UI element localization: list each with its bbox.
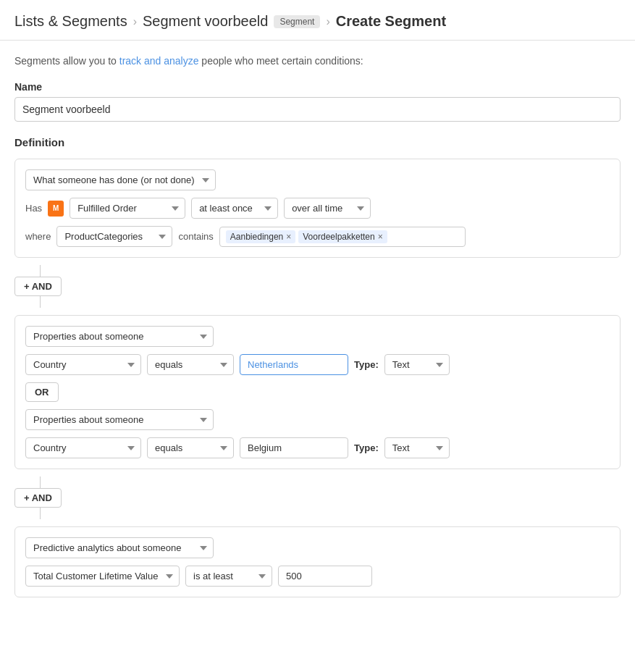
name-field-group: Name: [14, 81, 621, 122]
breadcrumb-home[interactable]: Lists & Segments: [14, 13, 127, 30]
desc-link[interactable]: track and analyze: [119, 55, 199, 67]
desc-text-after: people who meet certain conditions:: [198, 55, 363, 67]
breadcrumb-sep2: ›: [326, 15, 329, 28]
is-at-least-select[interactable]: is at least: [185, 566, 272, 587]
condition2b-type-select[interactable]: Properties about someone: [25, 409, 214, 430]
condition1-where-row: where ProductCategories contains Aanbied…: [25, 226, 610, 247]
tag-voordeelpakketten: Voordeelpakketten ×: [298, 230, 387, 243]
value-input-belgium[interactable]: [240, 437, 348, 458]
main-content: Segments allow you to track and analyze …: [0, 41, 635, 612]
condition2b-type-row: Properties about someone: [25, 409, 610, 430]
type-select-2[interactable]: Text: [384, 437, 450, 458]
tag-aanbiedingen-text: Aanbiedingen: [230, 232, 283, 242]
value-input-netherlands[interactable]: [240, 354, 348, 375]
condition1-type-row: What someone has done (or not done): [25, 169, 610, 190]
country-select-2[interactable]: Country: [25, 437, 141, 458]
condition2a-type-row: Properties about someone: [25, 326, 610, 347]
has-label: Has: [25, 203, 42, 214]
type-label-1: Type:: [354, 359, 379, 370]
operator-select-1[interactable]: equals: [147, 354, 234, 375]
condition2b-value-row: Country equals Type: Text: [25, 437, 610, 458]
tag-input-container[interactable]: Aanbiedingen × Voordeelpakketten ×: [219, 227, 466, 247]
or-button[interactable]: OR: [25, 382, 59, 402]
time-select[interactable]: over all time: [284, 198, 371, 219]
connector-line-2b: [40, 508, 41, 519]
page-header: Lists & Segments › Segment voorbeeld Seg…: [0, 0, 635, 41]
lifetime-value-select[interactable]: Total Customer Lifetime Value: [25, 566, 180, 587]
and-button-1[interactable]: + AND: [14, 277, 62, 296]
condition2a-type-select[interactable]: Properties about someone: [25, 326, 214, 347]
action-select[interactable]: Fulfilled Order: [70, 198, 185, 219]
definition-section: Definition What someone has done (or not…: [14, 136, 621, 597]
name-label: Name: [14, 81, 621, 93]
tag-aanbiedingen: Aanbiedingen ×: [226, 230, 295, 243]
condition2b-block: Properties about someone Country equals …: [25, 409, 610, 458]
condition1-action-row: Has M Fulfilled Order at least once over…: [25, 198, 610, 219]
breadcrumb-sep1: ›: [133, 15, 137, 28]
connector-line-1: [40, 265, 41, 277]
connector-line-2: [40, 476, 41, 488]
and-connector-1: + AND: [14, 265, 621, 308]
where-label: where: [25, 231, 51, 242]
condition-block-3: Predictive analytics about someone Total…: [14, 526, 621, 597]
type-label-2: Type:: [354, 442, 379, 453]
connector-line-1b: [40, 296, 41, 308]
definition-label: Definition: [14, 136, 621, 148]
page-description: Segments allow you to track and analyze …: [14, 55, 621, 67]
operator-label: contains: [178, 231, 213, 242]
condition2a-value-row: Country equals Type: Text: [25, 354, 610, 375]
condition3-type-row: Predictive analytics about someone: [25, 537, 610, 558]
breadcrumb: Lists & Segments › Segment voorbeeld Seg…: [14, 13, 621, 30]
and-button-2[interactable]: + AND: [14, 488, 62, 508]
tag-voordeelpakketten-remove[interactable]: ×: [378, 232, 383, 242]
property-select[interactable]: ProductCategories: [56, 226, 172, 247]
type-select-1[interactable]: Text: [384, 354, 450, 375]
breadcrumb-current: Create Segment: [336, 13, 446, 30]
magento-icon: M: [48, 201, 64, 217]
condition-block-2: Properties about someone Country equals …: [14, 315, 621, 469]
operator-select-2[interactable]: equals: [147, 437, 234, 458]
breadcrumb-segment[interactable]: Segment voorbeeld: [143, 13, 268, 30]
condition3-value-row: Total Customer Lifetime Value is at leas…: [25, 566, 610, 587]
segment-type-badge: Segment: [274, 15, 320, 28]
or-row: OR: [25, 382, 610, 402]
condition3-type-select[interactable]: Predictive analytics about someone: [25, 537, 214, 558]
frequency-select[interactable]: at least once: [191, 198, 278, 219]
tag-voordeelpakketten-text: Voordeelpakketten: [303, 232, 374, 242]
tag-aanbiedingen-remove[interactable]: ×: [286, 232, 291, 242]
country-select-1[interactable]: Country: [25, 354, 141, 375]
lifetime-value-input[interactable]: [278, 566, 372, 587]
desc-text-before: Segments allow you to: [14, 55, 119, 67]
condition1-type-select[interactable]: What someone has done (or not done): [25, 169, 216, 190]
and-connector-2: + AND: [14, 476, 621, 519]
condition-block-1: What someone has done (or not done) Has …: [14, 159, 621, 258]
name-input[interactable]: [14, 97, 621, 122]
